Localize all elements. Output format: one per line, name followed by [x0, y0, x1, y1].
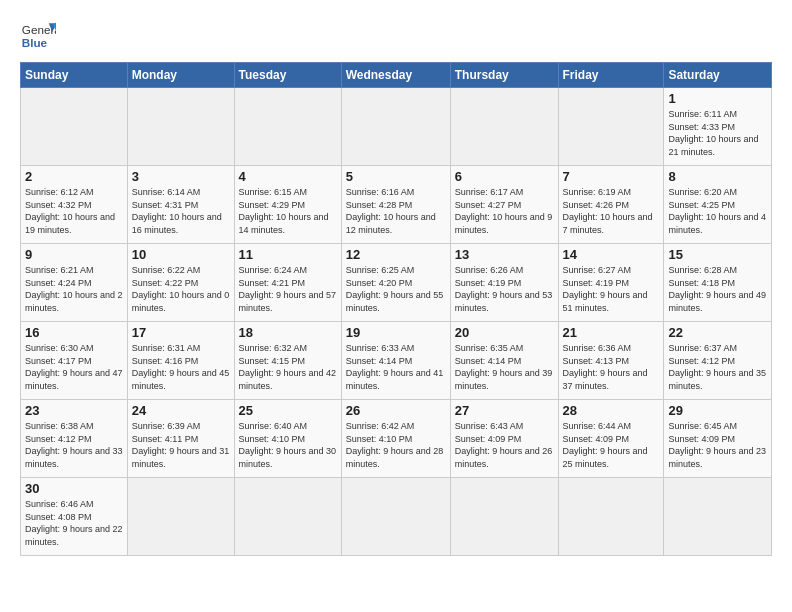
calendar-day-cell — [341, 478, 450, 556]
calendar-day-cell: 6Sunrise: 6:17 AM Sunset: 4:27 PM Daylig… — [450, 166, 558, 244]
calendar-header-wednesday: Wednesday — [341, 63, 450, 88]
calendar-week-row: 9Sunrise: 6:21 AM Sunset: 4:24 PM Daylig… — [21, 244, 772, 322]
calendar-day-cell — [127, 88, 234, 166]
calendar-day-cell: 27Sunrise: 6:43 AM Sunset: 4:09 PM Dayli… — [450, 400, 558, 478]
calendar-day-cell: 17Sunrise: 6:31 AM Sunset: 4:16 PM Dayli… — [127, 322, 234, 400]
day-number: 27 — [455, 403, 554, 418]
day-number: 18 — [239, 325, 337, 340]
calendar-table: SundayMondayTuesdayWednesdayThursdayFrid… — [20, 62, 772, 556]
day-number: 9 — [25, 247, 123, 262]
day-number: 11 — [239, 247, 337, 262]
calendar-day-cell: 20Sunrise: 6:35 AM Sunset: 4:14 PM Dayli… — [450, 322, 558, 400]
calendar-day-cell — [558, 88, 664, 166]
day-number: 12 — [346, 247, 446, 262]
calendar-day-cell — [21, 88, 128, 166]
day-info: Sunrise: 6:30 AM Sunset: 4:17 PM Dayligh… — [25, 342, 123, 392]
day-info: Sunrise: 6:28 AM Sunset: 4:18 PM Dayligh… — [668, 264, 767, 314]
calendar-day-cell — [234, 88, 341, 166]
calendar-day-cell: 28Sunrise: 6:44 AM Sunset: 4:09 PM Dayli… — [558, 400, 664, 478]
day-number: 14 — [563, 247, 660, 262]
calendar-day-cell: 10Sunrise: 6:22 AM Sunset: 4:22 PM Dayli… — [127, 244, 234, 322]
logo: General Blue — [20, 16, 56, 52]
calendar-day-cell — [341, 88, 450, 166]
calendar-header-sunday: Sunday — [21, 63, 128, 88]
calendar-header-thursday: Thursday — [450, 63, 558, 88]
day-info: Sunrise: 6:21 AM Sunset: 4:24 PM Dayligh… — [25, 264, 123, 314]
calendar-header-tuesday: Tuesday — [234, 63, 341, 88]
page: General Blue SundayMondayTuesdayWednesda… — [0, 0, 792, 612]
calendar-week-row: 2Sunrise: 6:12 AM Sunset: 4:32 PM Daylig… — [21, 166, 772, 244]
calendar-day-cell — [450, 478, 558, 556]
day-number: 16 — [25, 325, 123, 340]
day-info: Sunrise: 6:20 AM Sunset: 4:25 PM Dayligh… — [668, 186, 767, 236]
day-info: Sunrise: 6:44 AM Sunset: 4:09 PM Dayligh… — [563, 420, 660, 470]
calendar-day-cell: 19Sunrise: 6:33 AM Sunset: 4:14 PM Dayli… — [341, 322, 450, 400]
day-info: Sunrise: 6:22 AM Sunset: 4:22 PM Dayligh… — [132, 264, 230, 314]
calendar-day-cell — [234, 478, 341, 556]
day-number: 3 — [132, 169, 230, 184]
calendar-day-cell: 4Sunrise: 6:15 AM Sunset: 4:29 PM Daylig… — [234, 166, 341, 244]
day-info: Sunrise: 6:27 AM Sunset: 4:19 PM Dayligh… — [563, 264, 660, 314]
day-number: 22 — [668, 325, 767, 340]
day-info: Sunrise: 6:39 AM Sunset: 4:11 PM Dayligh… — [132, 420, 230, 470]
day-info: Sunrise: 6:19 AM Sunset: 4:26 PM Dayligh… — [563, 186, 660, 236]
day-number: 15 — [668, 247, 767, 262]
calendar-day-cell: 23Sunrise: 6:38 AM Sunset: 4:12 PM Dayli… — [21, 400, 128, 478]
calendar-day-cell: 26Sunrise: 6:42 AM Sunset: 4:10 PM Dayli… — [341, 400, 450, 478]
day-number: 30 — [25, 481, 123, 496]
day-info: Sunrise: 6:16 AM Sunset: 4:28 PM Dayligh… — [346, 186, 446, 236]
calendar-day-cell: 7Sunrise: 6:19 AM Sunset: 4:26 PM Daylig… — [558, 166, 664, 244]
calendar-day-cell: 3Sunrise: 6:14 AM Sunset: 4:31 PM Daylig… — [127, 166, 234, 244]
calendar-day-cell: 21Sunrise: 6:36 AM Sunset: 4:13 PM Dayli… — [558, 322, 664, 400]
day-number: 21 — [563, 325, 660, 340]
general-blue-logo-icon: General Blue — [20, 16, 56, 52]
day-number: 25 — [239, 403, 337, 418]
day-number: 20 — [455, 325, 554, 340]
calendar-header-monday: Monday — [127, 63, 234, 88]
day-info: Sunrise: 6:37 AM Sunset: 4:12 PM Dayligh… — [668, 342, 767, 392]
day-info: Sunrise: 6:40 AM Sunset: 4:10 PM Dayligh… — [239, 420, 337, 470]
calendar-day-cell: 9Sunrise: 6:21 AM Sunset: 4:24 PM Daylig… — [21, 244, 128, 322]
calendar-day-cell: 30Sunrise: 6:46 AM Sunset: 4:08 PM Dayli… — [21, 478, 128, 556]
day-info: Sunrise: 6:35 AM Sunset: 4:14 PM Dayligh… — [455, 342, 554, 392]
day-info: Sunrise: 6:17 AM Sunset: 4:27 PM Dayligh… — [455, 186, 554, 236]
day-info: Sunrise: 6:11 AM Sunset: 4:33 PM Dayligh… — [668, 108, 767, 158]
day-number: 7 — [563, 169, 660, 184]
day-info: Sunrise: 6:15 AM Sunset: 4:29 PM Dayligh… — [239, 186, 337, 236]
calendar-day-cell: 1Sunrise: 6:11 AM Sunset: 4:33 PM Daylig… — [664, 88, 772, 166]
calendar-day-cell — [558, 478, 664, 556]
day-info: Sunrise: 6:12 AM Sunset: 4:32 PM Dayligh… — [25, 186, 123, 236]
calendar-day-cell: 25Sunrise: 6:40 AM Sunset: 4:10 PM Dayli… — [234, 400, 341, 478]
day-info: Sunrise: 6:32 AM Sunset: 4:15 PM Dayligh… — [239, 342, 337, 392]
day-number: 17 — [132, 325, 230, 340]
calendar-week-row: 30Sunrise: 6:46 AM Sunset: 4:08 PM Dayli… — [21, 478, 772, 556]
day-number: 19 — [346, 325, 446, 340]
day-info: Sunrise: 6:43 AM Sunset: 4:09 PM Dayligh… — [455, 420, 554, 470]
calendar-day-cell — [664, 478, 772, 556]
day-info: Sunrise: 6:24 AM Sunset: 4:21 PM Dayligh… — [239, 264, 337, 314]
day-number: 10 — [132, 247, 230, 262]
calendar-day-cell: 2Sunrise: 6:12 AM Sunset: 4:32 PM Daylig… — [21, 166, 128, 244]
calendar-day-cell: 14Sunrise: 6:27 AM Sunset: 4:19 PM Dayli… — [558, 244, 664, 322]
calendar-header-friday: Friday — [558, 63, 664, 88]
calendar-day-cell: 22Sunrise: 6:37 AM Sunset: 4:12 PM Dayli… — [664, 322, 772, 400]
day-number: 28 — [563, 403, 660, 418]
day-number: 2 — [25, 169, 123, 184]
calendar-header-row: SundayMondayTuesdayWednesdayThursdayFrid… — [21, 63, 772, 88]
calendar-header-saturday: Saturday — [664, 63, 772, 88]
day-number: 6 — [455, 169, 554, 184]
day-info: Sunrise: 6:31 AM Sunset: 4:16 PM Dayligh… — [132, 342, 230, 392]
calendar-day-cell — [450, 88, 558, 166]
day-number: 4 — [239, 169, 337, 184]
svg-text:Blue: Blue — [22, 36, 48, 49]
day-number: 29 — [668, 403, 767, 418]
day-info: Sunrise: 6:26 AM Sunset: 4:19 PM Dayligh… — [455, 264, 554, 314]
calendar-day-cell: 12Sunrise: 6:25 AM Sunset: 4:20 PM Dayli… — [341, 244, 450, 322]
calendar-day-cell: 13Sunrise: 6:26 AM Sunset: 4:19 PM Dayli… — [450, 244, 558, 322]
calendar-day-cell: 24Sunrise: 6:39 AM Sunset: 4:11 PM Dayli… — [127, 400, 234, 478]
calendar-day-cell: 29Sunrise: 6:45 AM Sunset: 4:09 PM Dayli… — [664, 400, 772, 478]
day-number: 24 — [132, 403, 230, 418]
calendar-day-cell: 8Sunrise: 6:20 AM Sunset: 4:25 PM Daylig… — [664, 166, 772, 244]
day-info: Sunrise: 6:14 AM Sunset: 4:31 PM Dayligh… — [132, 186, 230, 236]
calendar-day-cell: 18Sunrise: 6:32 AM Sunset: 4:15 PM Dayli… — [234, 322, 341, 400]
